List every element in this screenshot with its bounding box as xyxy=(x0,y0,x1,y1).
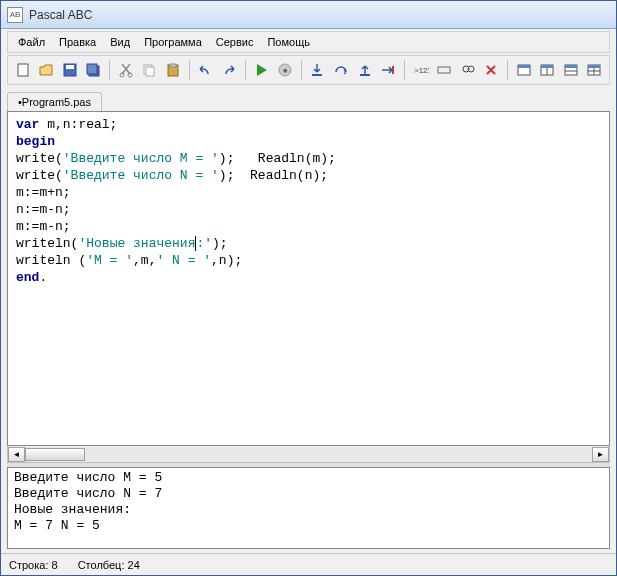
code-line: writeln('Новые значения:'); xyxy=(16,235,601,252)
menu-сервис[interactable]: Сервис xyxy=(210,34,260,50)
saveall-icon[interactable] xyxy=(83,59,105,81)
editor-area: var m,n:real;beginwrite('Введите число M… xyxy=(7,111,610,463)
code-line: n:=m-n; xyxy=(16,201,601,218)
win3-icon[interactable] xyxy=(560,59,582,81)
status-col: Столбец: 24 xyxy=(78,559,140,571)
win4-icon[interactable] xyxy=(584,59,606,81)
win1-icon[interactable] xyxy=(513,59,535,81)
stepout-icon[interactable] xyxy=(354,59,376,81)
svg-rect-2 xyxy=(66,65,74,69)
app-window: AB Pascal ABC ФайлПравкаВидПрограммаСерв… xyxy=(0,0,617,576)
tab-strip: •Program5.pas xyxy=(1,87,616,111)
svg-rect-21 xyxy=(518,65,530,68)
code-line: write('Введите число M = '); Readln(m); xyxy=(16,150,601,167)
tab-label: Program5.pas xyxy=(22,96,91,108)
scroll-left-button[interactable]: ◄ xyxy=(8,447,25,462)
svg-text:>123: >123 xyxy=(414,66,429,75)
svg-rect-29 xyxy=(588,65,600,68)
scroll-right-button[interactable]: ► xyxy=(592,447,609,462)
stop-icon[interactable]: ■ xyxy=(274,59,296,81)
code-line: write('Введите число N = '); Readln(n); xyxy=(16,167,601,184)
code-line: m:=m+n; xyxy=(16,184,601,201)
breakpoint-icon[interactable] xyxy=(377,59,399,81)
statusbar: Строка: 8 Столбец: 24 xyxy=(1,553,616,575)
app-icon: AB xyxy=(7,7,23,23)
stepover-icon[interactable] xyxy=(330,59,352,81)
run-icon[interactable] xyxy=(251,59,273,81)
menu-вид[interactable]: Вид xyxy=(104,34,136,50)
svg-rect-13 xyxy=(312,74,322,76)
svg-rect-4 xyxy=(87,64,97,74)
win2-icon[interactable] xyxy=(536,59,558,81)
eval-icon[interactable] xyxy=(457,59,479,81)
titlebar[interactable]: AB Pascal ABC xyxy=(1,1,616,29)
open-icon[interactable] xyxy=(36,59,58,81)
var-icon[interactable]: >123 xyxy=(410,59,432,81)
svg-rect-23 xyxy=(541,65,553,68)
undo-icon[interactable] xyxy=(195,59,217,81)
menubar: ФайлПравкаВидПрограммаСервисПомощь xyxy=(7,31,610,53)
svg-rect-8 xyxy=(146,67,154,76)
tab-file[interactable]: •Program5.pas xyxy=(7,92,102,111)
svg-rect-0 xyxy=(18,64,28,76)
svg-rect-15 xyxy=(392,66,394,74)
scroll-thumb[interactable] xyxy=(25,448,85,461)
menu-программа[interactable]: Программа xyxy=(138,34,208,50)
code-line: writeln ('M = ',m,' N = ',n); xyxy=(16,252,601,269)
redo-icon[interactable] xyxy=(218,59,240,81)
svg-rect-10 xyxy=(170,64,176,67)
copy-icon[interactable] xyxy=(139,59,161,81)
paste-icon[interactable] xyxy=(162,59,184,81)
stepinto-icon[interactable] xyxy=(307,59,329,81)
code-line: end. xyxy=(16,269,601,286)
svg-rect-17 xyxy=(438,67,450,73)
svg-rect-26 xyxy=(565,65,577,68)
scroll-track[interactable] xyxy=(25,447,592,462)
status-line: Строка: 8 xyxy=(9,559,58,571)
title-text: Pascal ABC xyxy=(29,8,92,22)
code-editor[interactable]: var m,n:real;beginwrite('Введите число M… xyxy=(7,111,610,446)
code-line: m:=m-n; xyxy=(16,218,601,235)
new-icon[interactable] xyxy=(12,59,34,81)
toolbar: ■>123 xyxy=(7,55,610,85)
svg-text:■: ■ xyxy=(283,67,287,74)
watch-icon[interactable] xyxy=(433,59,455,81)
menu-правка[interactable]: Правка xyxy=(53,34,102,50)
menu-помощь[interactable]: Помощь xyxy=(261,34,316,50)
horizontal-scrollbar[interactable]: ◄ ► xyxy=(7,446,610,463)
menu-файл[interactable]: Файл xyxy=(12,34,51,50)
code-line: var m,n:real; xyxy=(16,116,601,133)
svg-rect-14 xyxy=(360,74,370,76)
close-icon[interactable] xyxy=(480,59,502,81)
save-icon[interactable] xyxy=(59,59,81,81)
cut-icon[interactable] xyxy=(115,59,137,81)
code-line: begin xyxy=(16,133,601,150)
output-panel[interactable]: Введите число M = 5 Введите число N = 7 … xyxy=(7,467,610,549)
